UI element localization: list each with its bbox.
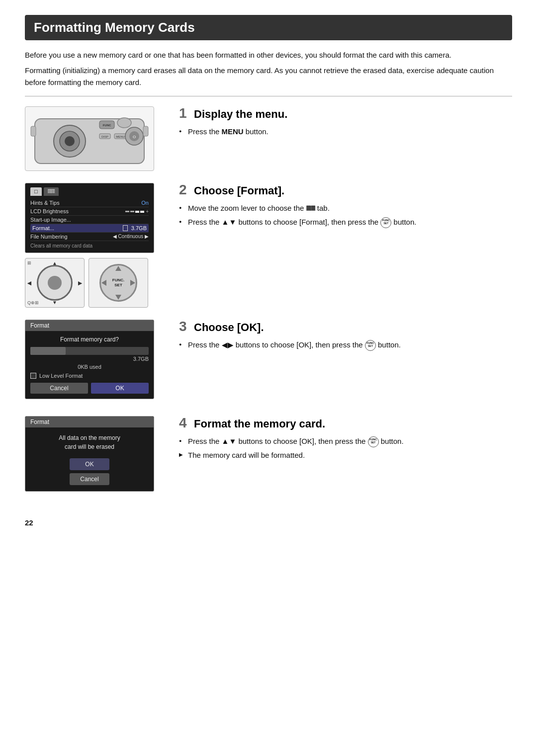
- fd-checkbox: [30, 373, 36, 379]
- step-3-title: Choose [OK].: [194, 321, 264, 334]
- format-dialog-body: Format memory card? 3.7GB 0KB used Low L…: [25, 331, 154, 399]
- page-number: 22: [25, 518, 512, 527]
- svg-marker-18: [101, 280, 106, 286]
- step-3-images: Format Format memory card? 3.7GB 0KB use…: [25, 320, 164, 404]
- func-set-arrows-svg: [99, 264, 137, 302]
- bar-1: [125, 211, 129, 212]
- func-set-icon-inline-3: [365, 340, 376, 351]
- step-3-instructions: 3 Choose [OK]. Press the ◀▶ buttons to c…: [179, 320, 512, 353]
- lcd-val-filenumber: ◀ Continuous ▶: [113, 234, 149, 239]
- step-2-header: 2 Choose [Format].: [179, 183, 512, 197]
- nav-wheel-inner: [48, 276, 62, 290]
- lcd-tab-wrench: 𝄜𝄜: [44, 187, 59, 196]
- lcd-file-icon: [123, 225, 128, 231]
- lcd-label-startup: Start-up Image...: [30, 217, 71, 223]
- zoom-indicator: ⊞: [27, 260, 31, 265]
- step-3-header: 3 Choose [OK].: [179, 320, 512, 334]
- step-2-row: □ 𝄜𝄜 Hints & Tips On LCD Brightness: [25, 183, 512, 308]
- step-1-instructions: 1 Display the menu. Press the MENU butto…: [179, 106, 512, 140]
- page-title: Formatting Memory Cards: [25, 15, 512, 40]
- intro-paragraph-1: Before you use a new memory card or one …: [25, 49, 512, 61]
- fd-question: Format memory card?: [30, 336, 149, 343]
- lcd-label-format: Format...: [32, 225, 54, 231]
- fcd-title: Format: [25, 417, 154, 427]
- svg-text:FUNC: FUNC: [103, 124, 111, 127]
- zoom-icons-bottom: Q⊕⊞: [27, 300, 39, 305]
- step-1-illustration: FUNC DISP MENU O: [25, 106, 154, 171]
- step-4-row: Format All data on the memorycard will b…: [25, 416, 512, 492]
- step-1-bullet-1: Press the MENU button.: [179, 126, 512, 138]
- lcd-tabs: □ 𝄜𝄜: [30, 187, 149, 196]
- wrench-tab-symbol: 𝄜𝄜: [306, 205, 315, 212]
- step-4-title: Format the memory card.: [194, 418, 325, 430]
- step-3-number: 3: [179, 320, 190, 334]
- step-2-bullets: Move the zoom lever to choose the 𝄜𝄜 tab…: [179, 202, 512, 228]
- lcd-label-brightness: LCD Brightness: [30, 208, 69, 214]
- svg-marker-16: [115, 266, 121, 271]
- func-set-box: FUNC.SET: [89, 258, 148, 308]
- svg-marker-19: [130, 280, 135, 286]
- lcd-row-filenumber: File Numbering ◀ Continuous ▶: [30, 233, 149, 241]
- fcd-cancel-btn[interactable]: Cancel: [70, 473, 109, 485]
- intro-paragraph-2: Formatting (initializing) a memory card …: [25, 65, 512, 88]
- lcd-brightness-bars: [125, 211, 144, 213]
- step-3-row: Format Format memory card? 3.7GB 0KB use…: [25, 320, 512, 404]
- bar-4: [140, 211, 144, 213]
- lcd-label-filenumber: File Numbering: [30, 234, 68, 240]
- lcd-row-startup: Start-up Image...: [30, 216, 149, 224]
- svg-text:O: O: [133, 135, 136, 139]
- svg-text:DISP: DISP: [101, 135, 108, 138]
- menu-keyword: MENU: [222, 127, 244, 136]
- nav-wheel: [37, 265, 73, 301]
- svg-point-3: [65, 136, 75, 146]
- step-1-title: Display the menu.: [194, 108, 287, 121]
- lcd-tab-camera: □: [30, 187, 42, 196]
- bar-3: [135, 211, 139, 213]
- func-set-icon-inline: [380, 217, 391, 228]
- step-4-header: 4 Format the memory card.: [179, 416, 512, 430]
- step-2-number: 2: [179, 183, 190, 197]
- nav-arrow-top: ▲: [52, 260, 57, 266]
- step-2-instructions: 2 Choose [Format]. Move the zoom lever t…: [179, 183, 512, 230]
- step-1-row: FUNC DISP MENU O: [25, 106, 512, 171]
- lcd-row-brightness: LCD Brightness +: [30, 207, 149, 216]
- lcd-val-brightness: +: [125, 208, 149, 214]
- fd-ok-btn[interactable]: OK: [91, 383, 149, 394]
- fd-bar: [30, 347, 149, 355]
- step-2-title: Choose [Format].: [194, 184, 284, 197]
- nav-panel: ⊞ ▲ ▼ ◀ ▶ Q⊕⊞ FUNC.SET: [25, 258, 154, 308]
- lcd-footer: Clears all memory card data: [30, 243, 149, 249]
- step-4-images: Format All data on the memorycard will b…: [25, 416, 164, 492]
- camera-top-svg: FUNC DISP MENU O: [30, 109, 149, 168]
- step-2-bullet-1: Move the zoom lever to choose the 𝄜𝄜 tab…: [179, 202, 512, 214]
- step-4-number: 4: [179, 416, 190, 430]
- lcd-label-hints: Hints & Tips: [30, 200, 60, 206]
- step-2-bullet-2: Press the ▲▼ buttons to choose [Format],…: [179, 216, 512, 228]
- fcd-ok-btn[interactable]: OK: [70, 458, 109, 470]
- format-dialog: Format Format memory card? 3.7GB 0KB use…: [25, 320, 154, 399]
- nav-arrow-bottom: ▼: [52, 300, 57, 305]
- lcd-screen-illustration: □ 𝄜𝄜 Hints & Tips On LCD Brightness: [25, 183, 154, 253]
- zoom-minus: Q⊕⊞: [27, 300, 39, 305]
- step-1-bullets: Press the MENU button.: [179, 126, 512, 138]
- svg-marker-17: [115, 295, 121, 300]
- fd-buttons: Cancel OK: [30, 383, 149, 394]
- fd-low-label: Low Level Format: [39, 373, 83, 379]
- step-4-bullet-2: The memory card will be formatted.: [179, 449, 512, 461]
- fd-used: 0KB used: [30, 364, 149, 370]
- step-4-instructions: 4 Format the memory card. Press the ▲▼ b…: [179, 416, 512, 463]
- nav-arrow-left: ◀: [27, 280, 31, 285]
- lcd-val-hints: On: [141, 200, 149, 206]
- step-1-images: FUNC DISP MENU O: [25, 106, 164, 171]
- fd-cancel-btn[interactable]: Cancel: [30, 383, 88, 394]
- fd-size: 3.7GB: [30, 356, 149, 362]
- lcd-val-format: 3.7GB: [123, 225, 147, 231]
- svg-rect-14: [31, 126, 36, 136]
- fd-low-format: Low Level Format: [30, 373, 149, 379]
- step-4-bullet-1: Press the ▲▼ buttons to choose [OK], the…: [179, 435, 512, 447]
- svg-text:MENU: MENU: [116, 135, 125, 138]
- format-confirm-dialog: Format All data on the memorycard will b…: [25, 416, 154, 492]
- step-3-bullets: Press the ◀▶ buttons to choose [OK], the…: [179, 339, 512, 351]
- lcd-row-hints: Hints & Tips On: [30, 199, 149, 207]
- func-set-icon-inline-4: [368, 436, 379, 447]
